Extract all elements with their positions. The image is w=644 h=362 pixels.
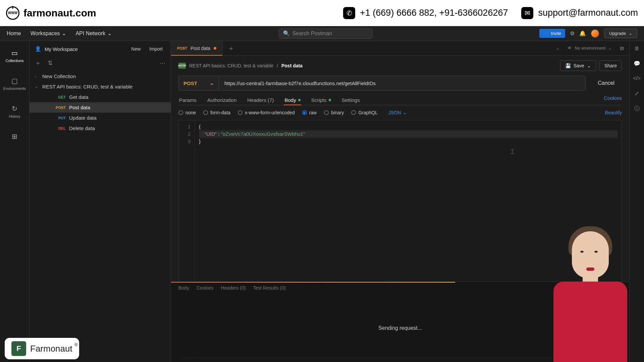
breadcrumb-current: Post data <box>281 63 303 68</box>
docs-icon[interactable]: 🗎 <box>634 46 640 52</box>
tree-item-delete[interactable]: DEL Delete data <box>30 123 171 133</box>
request-row: POST ⌄ Cancel <box>178 76 622 90</box>
save-icon: 💾 <box>565 63 571 68</box>
panel-icon[interactable]: ▤ <box>620 46 624 51</box>
search-input[interactable]: 🔍 Search Postman <box>279 28 373 39</box>
breadcrumb: HTTP REST API basics: CRUD, test & varia… <box>178 60 622 71</box>
collections-icon: ▭ <box>11 49 18 57</box>
cookies-link[interactable]: Cookies <box>604 95 622 105</box>
resp-tab-cookies[interactable]: Cookies <box>197 285 214 291</box>
eye-icon: 👁 <box>568 46 572 51</box>
sidebar: 👤 My Workspace New Import ＋ ⇅ ⋯ › New Co… <box>30 41 171 362</box>
tab-body[interactable]: Body <box>284 95 301 105</box>
history-icon: ↻ <box>12 105 17 113</box>
email-text: support@farmonaut.com <box>538 8 638 18</box>
tab-post-data[interactable]: POST Post data <box>171 41 223 55</box>
body-raw[interactable]: raw <box>302 110 317 115</box>
chevron-right-icon: › <box>35 74 39 78</box>
gear-icon[interactable]: ⚙ <box>570 30 575 37</box>
tab-right: ⌄ 👁 No environment ⌄ ▤ <box>556 44 629 52</box>
rail-environments[interactable]: ▢ Environments <box>0 75 29 93</box>
avatar[interactable] <box>591 29 599 38</box>
tree-item-put[interactable]: PUT Update data <box>30 113 171 123</box>
nav-home[interactable]: Home <box>7 31 21 37</box>
tree-collection-rest[interactable]: ⌄ REST API basics: CRUD, test & variable <box>30 81 171 92</box>
body-graphql[interactable]: GraphQL <box>351 110 378 115</box>
rail-history[interactable]: ↻ History <box>0 103 29 120</box>
resp-tab-headers[interactable]: Headers (0) <box>221 285 246 291</box>
farmonaut-watermark: F Farmonaut® <box>5 338 79 359</box>
more-icon[interactable]: ⋯ <box>159 59 165 67</box>
topbar-phone: ✆ +1 (669) 6666 882, +91-6366026267 <box>343 7 508 19</box>
body-urlencoded[interactable]: x-www-form-urlencoded <box>238 110 295 115</box>
presenter-overlay <box>543 215 637 362</box>
url-input[interactable] <box>219 76 586 90</box>
chevron-down-icon[interactable]: ⌄ <box>556 46 559 51</box>
rail-more[interactable]: ⊞ <box>0 130 29 142</box>
domain-text: farmonaut.com <box>23 7 96 19</box>
beautify-button[interactable]: Beautify <box>605 110 622 115</box>
tab-bar: POST Post data ＋ ⌄ 👁 No environment ⌄ ▤ <box>171 41 629 56</box>
chevron-down-icon: ⌄ <box>35 84 39 89</box>
topbar-email: ✉ support@farmonaut.com <box>521 7 638 19</box>
import-button[interactable]: Import <box>147 45 165 53</box>
cancel-button[interactable]: Cancel <box>590 76 622 90</box>
upgrade-button[interactable]: Upgrade⌄ <box>604 28 637 38</box>
person-add-icon: 👤 <box>543 31 549 36</box>
share-button[interactable]: Share <box>599 60 622 71</box>
tab-scripts[interactable]: Scripts <box>311 95 332 105</box>
content-type-selector[interactable]: JSON⌄ <box>388 110 407 115</box>
save-button[interactable]: 💾Save⌄ <box>560 60 596 71</box>
search-placeholder: Search Postman <box>292 31 332 37</box>
body-none[interactable]: none <box>178 110 196 115</box>
invite-button[interactable]: 👤Invite <box>539 29 565 38</box>
tab-settings[interactable]: Settings <box>341 95 361 105</box>
info-icon[interactable]: ⓘ <box>634 105 640 112</box>
tab-add[interactable]: ＋ <box>223 44 239 52</box>
text-cursor-icon: ⌶ <box>511 148 514 155</box>
chevron-down-icon: ⌄ <box>629 31 632 36</box>
phone-text: +1 (669) 6666 882, +91-6366026267 <box>360 8 508 18</box>
body-form-data[interactable]: form-data <box>203 110 230 115</box>
workspace-title: My Workspace <box>45 46 125 52</box>
body-type-options: none form-data x-www-form-urlencoded raw… <box>178 110 622 115</box>
resp-tab-body[interactable]: Body <box>178 285 189 291</box>
chevron-down-icon: ⌄ <box>608 46 612 51</box>
http-icon: HTTP <box>178 63 186 69</box>
code-icon[interactable]: </> <box>633 75 641 81</box>
breadcrumb-parent[interactable]: REST API basics: CRUD, test & variable <box>189 63 273 68</box>
tab-headers[interactable]: Headers (7) <box>247 95 274 105</box>
sidebar-header: 👤 My Workspace New Import <box>30 41 171 57</box>
chevron-down-icon: ⌄ <box>403 110 407 115</box>
chevron-down-icon: ⌄ <box>62 30 66 37</box>
tree-item-post[interactable]: POST Post data <box>30 102 171 113</box>
sidebar-rail: ▭ Collections ▢ Environments ↻ History ⊞ <box>0 41 30 362</box>
tab-authorization[interactable]: Authorization <box>207 95 237 105</box>
tree-item-get[interactable]: GET Get data <box>30 92 171 102</box>
grid-icon: ⊞ <box>12 132 17 140</box>
nav-workspaces[interactable]: Workspaces ⌄ <box>31 30 66 37</box>
sidebar-tree: › New Collection ⌄ REST API basics: CRUD… <box>30 69 171 135</box>
nav-api-network[interactable]: API Network ⌄ <box>75 30 112 37</box>
tree-collection-new[interactable]: › New Collection <box>30 71 171 81</box>
unsaved-dot-icon <box>214 47 216 50</box>
chevron-down-icon: ⌄ <box>587 63 591 68</box>
plus-icon[interactable]: ＋ <box>35 59 41 67</box>
bell-icon[interactable]: 🔔 <box>579 30 586 37</box>
topbar-domain: farmonaut.com <box>6 6 96 20</box>
resp-tab-tests[interactable]: Test Results (0) <box>253 285 285 291</box>
comment-icon[interactable]: 💬 <box>634 60 640 67</box>
rail-collections[interactable]: ▭ Collections <box>0 47 29 65</box>
method-selector[interactable]: POST ⌄ <box>178 76 219 90</box>
mail-icon: ✉ <box>521 7 533 19</box>
body-binary[interactable]: binary <box>324 110 344 115</box>
farmonaut-logo-icon: F <box>11 341 26 356</box>
environment-selector[interactable]: 👁 No environment ⌄ <box>564 44 615 52</box>
request-tabs: Params Authorization Headers (7) Body Sc… <box>178 95 622 105</box>
chevron-down-icon: ⌄ <box>210 80 214 86</box>
new-button[interactable]: New <box>128 45 143 53</box>
watermark-text: Farmonaut® <box>30 344 72 354</box>
expand-icon[interactable]: ⤢ <box>635 90 639 97</box>
filter-icon[interactable]: ⇅ <box>48 59 53 67</box>
tab-params[interactable]: Params <box>178 95 197 105</box>
